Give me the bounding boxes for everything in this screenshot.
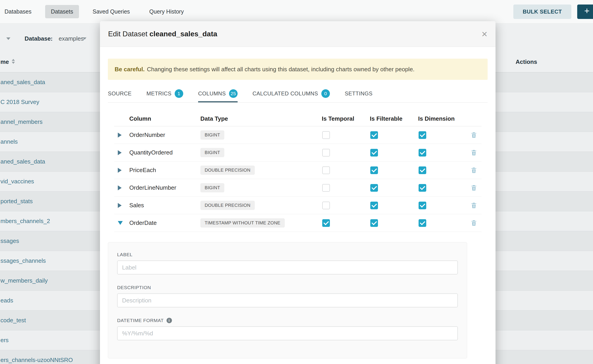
dataset-link[interactable]: ers_channels-uzooNNtSRO bbox=[0, 357, 73, 364]
nav-tab-query-history[interactable]: Query History bbox=[144, 5, 190, 18]
database-filter-value[interactable]: examples bbox=[59, 35, 84, 42]
is-filterable-checkbox[interactable] bbox=[370, 166, 378, 174]
data-type-pill: BIGINT bbox=[200, 148, 224, 157]
is-dimension-checkbox[interactable] bbox=[419, 219, 426, 227]
dataset-link[interactable]: eads bbox=[0, 297, 13, 304]
collapse-caret-icon[interactable] bbox=[114, 221, 129, 225]
is-dimension-checkbox[interactable] bbox=[419, 202, 426, 209]
expand-caret-icon[interactable] bbox=[114, 203, 129, 208]
delete-column-button[interactable] bbox=[466, 167, 481, 174]
expand-caret-icon[interactable] bbox=[114, 150, 129, 155]
expand-caret-icon[interactable] bbox=[114, 133, 129, 137]
is-filterable-checkbox[interactable] bbox=[370, 149, 378, 156]
tab-label: SOURCE bbox=[108, 91, 132, 97]
is-dimension-cell bbox=[418, 166, 466, 174]
modal-header: Edit Dataset cleaned_sales_data × bbox=[100, 21, 495, 47]
is-temporal-checkbox[interactable] bbox=[322, 131, 330, 139]
is-filterable-checkbox[interactable] bbox=[370, 131, 378, 139]
is-temporal-cell bbox=[322, 166, 370, 174]
database-filter-label: Database: bbox=[25, 35, 53, 42]
modal-title-prefix: Edit Dataset bbox=[108, 30, 147, 38]
tab-calculated-columns[interactable]: CALCULATED COLUMNS0 bbox=[252, 89, 330, 102]
label-field-label: LABEL bbox=[117, 252, 458, 257]
dataset-link[interactable]: ssages_channels bbox=[0, 257, 46, 264]
is-filterable-cell bbox=[370, 166, 418, 174]
is-temporal-checkbox[interactable] bbox=[322, 166, 330, 174]
is-filterable-checkbox[interactable] bbox=[370, 184, 378, 192]
dataset-link[interactable]: annels bbox=[0, 138, 18, 145]
bulk-select-button[interactable]: BULK SELECT bbox=[513, 5, 572, 19]
nav-tab-datasets[interactable]: Datasets bbox=[45, 5, 79, 18]
dataset-link[interactable]: ers bbox=[0, 337, 9, 344]
column-name: Sales bbox=[129, 202, 200, 209]
is-filterable-cell bbox=[370, 219, 418, 227]
chevron-down-icon[interactable] bbox=[83, 38, 86, 40]
is-temporal-cell bbox=[322, 131, 370, 139]
chevron-down-icon[interactable] bbox=[6, 38, 10, 40]
tab-source[interactable]: SOURCE bbox=[108, 89, 132, 102]
is-temporal-checkbox[interactable] bbox=[322, 219, 330, 227]
is-filterable-cell bbox=[370, 202, 418, 209]
delete-column-button[interactable] bbox=[466, 220, 481, 227]
sort-icon[interactable] bbox=[12, 59, 15, 64]
delete-column-button[interactable] bbox=[466, 149, 481, 156]
column-row: QuantityOrderedBIGINT bbox=[114, 144, 481, 162]
dataset-link[interactable]: aned_sales_data bbox=[0, 79, 45, 86]
is-filterable-cell bbox=[370, 149, 418, 156]
is-temporal-checkbox[interactable] bbox=[322, 184, 330, 192]
dataset-link[interactable]: aned_sales_data bbox=[0, 158, 45, 165]
column-row: SalesDOUBLE PRECISION bbox=[114, 197, 481, 214]
column-name: PriceEach bbox=[129, 167, 200, 174]
tab-count-badge: 1 bbox=[175, 89, 183, 98]
is-dimension-cell bbox=[418, 219, 466, 227]
tab-count-badge: 0 bbox=[321, 89, 330, 98]
expand-caret-icon[interactable] bbox=[114, 168, 129, 173]
is-dimension-cell bbox=[418, 149, 466, 156]
tab-label: COLUMNS bbox=[198, 91, 226, 97]
datetime-format-input[interactable] bbox=[117, 326, 458, 340]
is-temporal-checkbox[interactable] bbox=[322, 149, 330, 156]
columns-table-rows: OrderNumberBIGINTQuantityOrderedBIGINTPr… bbox=[114, 126, 481, 232]
modal-tab-bar: SOURCEMETRICS1COLUMNS25CALCULATED COLUMN… bbox=[108, 89, 488, 103]
is-dimension-checkbox[interactable] bbox=[419, 166, 426, 174]
close-icon[interactable]: × bbox=[481, 29, 488, 39]
is-dimension-checkbox[interactable] bbox=[419, 149, 426, 156]
dataset-link[interactable]: vid_vaccines bbox=[0, 178, 34, 185]
header-is-dimension: Is Dimension bbox=[418, 115, 466, 122]
column-name: OrderNumber bbox=[129, 131, 200, 138]
is-temporal-checkbox[interactable] bbox=[322, 202, 330, 209]
dataset-link[interactable]: mbers_channels_2 bbox=[0, 218, 50, 225]
nav-tab-databases[interactable]: Databases bbox=[5, 5, 38, 18]
info-icon[interactable]: i bbox=[166, 318, 172, 323]
is-dimension-cell bbox=[418, 131, 466, 139]
dataset-link[interactable]: ported_stats bbox=[0, 198, 33, 205]
is-temporal-cell bbox=[322, 149, 370, 156]
add-dataset-button[interactable]: + bbox=[577, 5, 593, 19]
is-dimension-checkbox[interactable] bbox=[419, 184, 426, 192]
dataset-link[interactable]: annel_members bbox=[0, 118, 42, 125]
edit-dataset-modal: Edit Dataset cleaned_sales_data × Be car… bbox=[100, 21, 495, 364]
is-temporal-cell bbox=[322, 219, 370, 227]
description-input[interactable] bbox=[117, 293, 458, 307]
dataset-link[interactable]: code_test bbox=[0, 317, 26, 324]
nav-tabs: DatabasesDatasetsSaved QueriesQuery Hist… bbox=[0, 5, 190, 18]
delete-column-button[interactable] bbox=[466, 131, 481, 139]
data-type-cell: BIGINT bbox=[200, 183, 322, 192]
dataset-link[interactable]: ssages bbox=[0, 237, 19, 244]
tab-metrics[interactable]: METRICS1 bbox=[146, 89, 183, 102]
tab-label: CALCULATED COLUMNS bbox=[252, 91, 318, 97]
is-filterable-checkbox[interactable] bbox=[370, 202, 378, 209]
dataset-name: cleaned_sales_data bbox=[149, 30, 217, 38]
delete-column-button[interactable] bbox=[466, 202, 481, 209]
is-dimension-checkbox[interactable] bbox=[419, 131, 426, 139]
warning-banner: Be careful. Changing these settings will… bbox=[108, 59, 488, 80]
tab-columns[interactable]: COLUMNS25 bbox=[198, 89, 237, 102]
delete-column-button[interactable] bbox=[466, 184, 481, 191]
expand-caret-icon[interactable] bbox=[114, 185, 129, 190]
nav-tab-saved-queries[interactable]: Saved Queries bbox=[87, 5, 136, 18]
tab-settings[interactable]: SETTINGS bbox=[345, 89, 373, 102]
dataset-link[interactable]: C 2018 Survey bbox=[0, 98, 39, 105]
is-filterable-checkbox[interactable] bbox=[370, 219, 378, 227]
dataset-link[interactable]: w_members_daily bbox=[0, 277, 48, 284]
label-input[interactable] bbox=[117, 260, 458, 274]
